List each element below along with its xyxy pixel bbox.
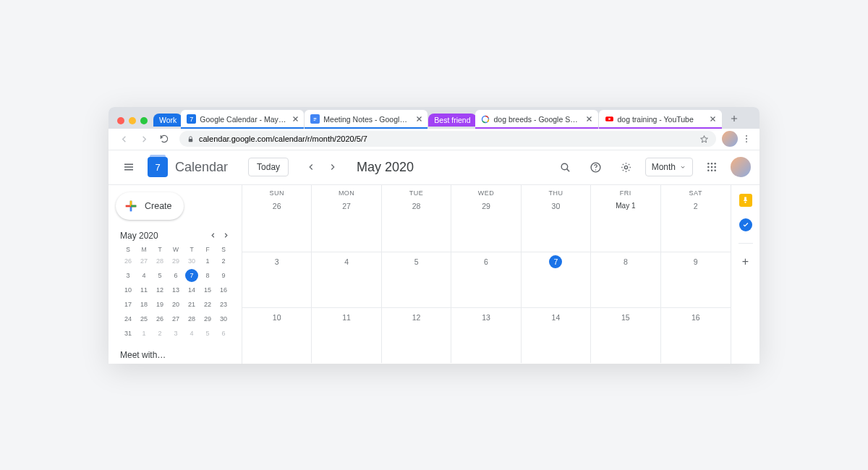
mini-day[interactable]: 5 <box>153 269 166 282</box>
search-button[interactable] <box>554 155 577 179</box>
bookmark-star-icon[interactable] <box>699 134 709 144</box>
day-cell[interactable]: 26 <box>242 197 312 252</box>
mini-day[interactable]: 6 <box>169 269 182 282</box>
mini-day[interactable]: 28 <box>185 312 198 325</box>
mini-day[interactable]: 17 <box>122 298 135 311</box>
day-cell[interactable]: 8 <box>591 252 660 307</box>
main-menu-button[interactable] <box>117 155 140 179</box>
profile-avatar[interactable] <box>722 131 738 147</box>
keep-icon[interactable] <box>739 194 752 207</box>
mini-day[interactable]: 3 <box>122 269 135 282</box>
tab-dog-training[interactable]: dog training - YouTube <box>599 110 722 129</box>
next-month-button[interactable] <box>323 158 342 176</box>
mini-day[interactable]: 31 <box>122 327 135 340</box>
browser-menu-button[interactable] <box>739 134 754 144</box>
mini-day[interactable]: 29 <box>201 312 214 325</box>
account-avatar[interactable] <box>731 157 751 177</box>
mini-day[interactable]: 2 <box>217 255 230 268</box>
day-cell[interactable]: 5 <box>382 252 451 307</box>
new-tab-button[interactable] <box>726 110 743 127</box>
day-cell[interactable]: 6 <box>451 252 521 307</box>
mini-day[interactable]: 29 <box>169 255 182 268</box>
settings-button[interactable] <box>615 155 638 179</box>
close-icon[interactable] <box>709 115 718 124</box>
mini-day[interactable]: 28 <box>153 255 166 268</box>
day-cell[interactable]: 7 <box>522 252 591 307</box>
day-cell[interactable]: 27 <box>312 197 381 252</box>
mini-day[interactable]: 5 <box>201 327 214 340</box>
today-button[interactable]: Today <box>248 158 289 176</box>
mini-day[interactable]: 1 <box>137 327 150 340</box>
day-cell[interactable]: 3 <box>242 252 312 307</box>
close-icon[interactable] <box>291 115 299 124</box>
mini-day[interactable]: 1 <box>201 255 214 268</box>
window-close-icon[interactable] <box>117 117 124 124</box>
tab-google-calendar[interactable]: 7 Google Calendar - May 20 <box>181 110 304 129</box>
mini-day[interactable]: 14 <box>185 283 198 296</box>
mini-day[interactable]: 4 <box>137 269 150 282</box>
mini-day[interactable]: 10 <box>122 283 135 296</box>
day-cell[interactable]: 29 <box>451 197 521 252</box>
mini-day[interactable]: 6 <box>217 327 230 340</box>
day-cell[interactable]: 2 <box>661 197 731 252</box>
mini-day[interactable]: 30 <box>185 255 198 268</box>
mini-day[interactable]: 27 <box>137 255 150 268</box>
tab-dog-breeds[interactable]: dog breeds - Google Search <box>475 110 598 129</box>
mini-day[interactable]: 3 <box>169 327 182 340</box>
mini-day[interactable]: 27 <box>169 312 182 325</box>
mini-day[interactable]: 4 <box>185 327 198 340</box>
google-apps-button[interactable] <box>700 155 723 179</box>
day-cell[interactable]: 28 <box>382 197 451 252</box>
create-button[interactable]: Create <box>116 192 184 220</box>
add-addon-button[interactable]: + <box>742 255 749 268</box>
mini-prev-button[interactable] <box>207 230 218 242</box>
day-cell[interactable]: 16 <box>661 308 731 363</box>
address-bar[interactable] <box>179 131 716 147</box>
mini-day[interactable]: 20 <box>169 298 182 311</box>
view-selector[interactable]: Month <box>645 158 693 176</box>
url-input[interactable] <box>199 134 695 143</box>
tasks-icon[interactable] <box>739 218 752 231</box>
mini-day[interactable]: 12 <box>153 283 166 296</box>
mini-day[interactable]: 11 <box>137 283 150 296</box>
mini-day[interactable]: 19 <box>153 298 166 311</box>
back-button[interactable] <box>114 129 133 148</box>
mini-day[interactable]: 24 <box>122 312 135 325</box>
mini-day[interactable]: 18 <box>137 298 150 311</box>
day-cell[interactable]: 10 <box>242 308 312 363</box>
window-zoom-icon[interactable] <box>140 117 148 124</box>
close-icon[interactable] <box>414 115 423 124</box>
mini-day[interactable]: 16 <box>217 283 230 296</box>
day-cell[interactable]: 14 <box>522 308 591 363</box>
day-cell[interactable]: 12 <box>382 308 451 363</box>
day-cell[interactable]: 11 <box>312 308 381 363</box>
mini-day[interactable]: 30 <box>217 312 230 325</box>
day-cell[interactable]: 4 <box>312 252 381 307</box>
mini-day[interactable]: 26 <box>122 255 135 268</box>
day-cell[interactable]: 9 <box>661 252 731 307</box>
window-minimize-icon[interactable] <box>129 117 136 124</box>
mini-day[interactable]: 25 <box>137 312 150 325</box>
day-cell[interactable]: May 1 <box>591 197 660 252</box>
mini-day[interactable]: 2 <box>153 327 166 340</box>
mini-next-button[interactable] <box>220 230 231 242</box>
day-cell[interactable]: 15 <box>591 308 660 363</box>
mini-day[interactable]: 22 <box>201 298 214 311</box>
tab-meeting-notes[interactable]: Meeting Notes - Google Do <box>305 110 427 129</box>
day-cell[interactable]: 30 <box>522 197 591 252</box>
mini-day[interactable]: 9 <box>217 269 230 282</box>
mini-day[interactable]: 26 <box>153 312 166 325</box>
mini-day[interactable]: 7 <box>185 269 198 282</box>
day-cell[interactable]: 13 <box>451 308 521 363</box>
mini-day[interactable]: 13 <box>169 283 182 296</box>
prev-month-button[interactable] <box>302 158 320 176</box>
mini-day[interactable]: 8 <box>201 269 214 282</box>
meet-with-label[interactable]: Meet with… <box>116 350 236 360</box>
tab-group-bestfriend[interactable]: Best friend <box>428 114 476 127</box>
close-icon[interactable] <box>585 115 594 124</box>
reload-button[interactable] <box>155 129 174 148</box>
forward-button[interactable] <box>135 129 153 148</box>
mini-day[interactable]: 21 <box>185 298 198 311</box>
mini-day[interactable]: 15 <box>201 283 214 296</box>
mini-day[interactable]: 23 <box>217 298 230 311</box>
